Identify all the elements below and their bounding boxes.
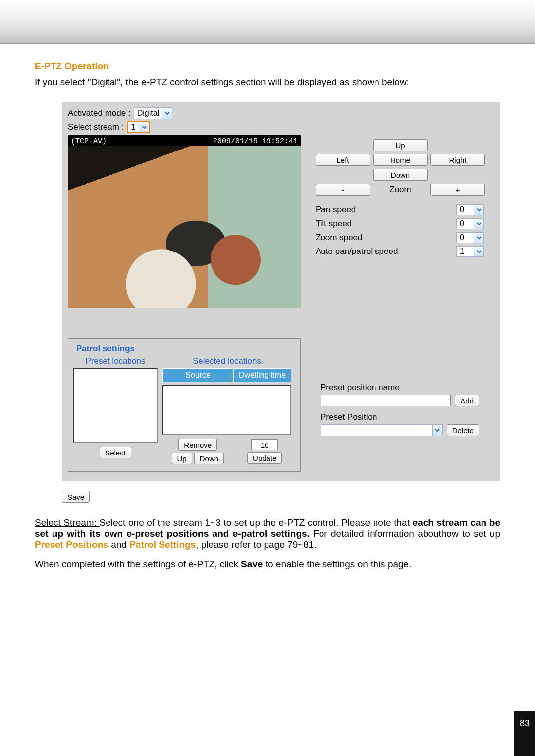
select-stream-select[interactable]: 1: [127, 121, 150, 133]
zoom-label: Zoom: [373, 184, 428, 196]
preset-position-panel: Preset position name Add Preset Position…: [321, 383, 479, 472]
preset-position-label: Preset Position: [321, 412, 479, 422]
delete-button[interactable]: Delete: [447, 424, 479, 436]
preset-locations-list[interactable]: [73, 368, 158, 443]
add-button[interactable]: Add: [455, 395, 479, 406]
patrol-legend: Patrol settings: [73, 344, 138, 353]
ptz-up-button[interactable]: Up: [373, 139, 428, 151]
selected-locations-header: Selected locations: [162, 356, 291, 366]
selected-table-header: Source Dwelling time: [162, 368, 291, 382]
preset-name-input[interactable]: [321, 395, 451, 406]
update-button[interactable]: Update: [247, 452, 282, 464]
ptz-controls: Up Left Home Right Down - Zoom + Pan spe…: [316, 139, 484, 308]
osd-timestamp: 2009/01/15 19:52:41: [213, 137, 298, 146]
select-button[interactable]: Select: [100, 447, 131, 458]
ptz-home-button[interactable]: Home: [373, 154, 428, 166]
list-down-button[interactable]: Down: [194, 453, 224, 464]
ptz-right-button[interactable]: Right: [430, 154, 485, 166]
chevron-down-icon: [474, 205, 483, 215]
chevron-down-icon: [474, 233, 483, 243]
pan-speed-label: Pan speed: [316, 205, 356, 215]
activated-mode-select[interactable]: Digital: [134, 107, 172, 119]
page-number: 83: [514, 711, 535, 756]
col-dwelling: Dwelling time: [233, 368, 291, 382]
auto-pan-speed-label: Auto pan/patrol speed: [316, 247, 398, 256]
osd-source: (TCP-AV): [71, 137, 107, 146]
preset-name-label: Preset position name: [321, 383, 479, 393]
section-heading: E-PTZ Operation: [35, 61, 500, 72]
chevron-down-icon: [139, 122, 149, 132]
chevron-down-icon: [162, 108, 172, 119]
select-stream-label: Select stream :: [68, 122, 124, 132]
pan-speed-select[interactable]: 0: [456, 204, 484, 215]
tilt-speed-label: Tilt speed: [316, 219, 352, 229]
chevron-down-icon: [474, 219, 483, 229]
preset-position-select[interactable]: [321, 424, 443, 436]
dwelling-input[interactable]: [251, 439, 278, 450]
zoom-speed-select[interactable]: 0: [456, 232, 484, 243]
body-paragraph-2: When completed with the settings of e-PT…: [35, 559, 500, 570]
tilt-speed-select[interactable]: 0: [456, 218, 484, 229]
selected-locations-list[interactable]: [162, 385, 291, 435]
save-button[interactable]: Save: [62, 491, 90, 503]
intro-text: If you select "Digital", the e-PTZ contr…: [35, 77, 500, 88]
remove-button[interactable]: Remove: [178, 439, 217, 451]
activated-mode-label: Activated mode :: [68, 108, 131, 118]
eptz-panel: Activated mode : Digital Select stream :…: [62, 102, 500, 481]
speed-settings: Pan speed 0 Tilt speed 0: [316, 204, 484, 257]
video-preview: (TCP-AV) 2009/01/15 19:52:41: [68, 135, 301, 308]
activated-mode-value: Digital: [134, 109, 162, 118]
zoom-speed-label: Zoom speed: [316, 233, 363, 243]
header-gradient: [0, 0, 535, 44]
select-stream-value: 1: [128, 123, 139, 132]
chevron-down-icon: [432, 425, 442, 436]
chevron-down-icon: [474, 247, 483, 256]
patrol-settings-fieldset: Patrol settings Preset locations Select …: [68, 338, 301, 472]
zoom-out-button[interactable]: -: [316, 184, 370, 196]
zoom-in-button[interactable]: +: [430, 184, 485, 196]
video-image: [68, 146, 301, 308]
ptz-down-button[interactable]: Down: [373, 169, 428, 181]
preset-locations-header: Preset locations: [73, 356, 158, 366]
list-up-button[interactable]: Up: [172, 453, 192, 464]
ptz-left-button[interactable]: Left: [316, 154, 370, 166]
col-source: Source: [162, 368, 233, 382]
body-paragraph-1: Select Stream: Select one of the stream …: [35, 517, 500, 550]
auto-pan-speed-select[interactable]: 1: [456, 246, 484, 257]
